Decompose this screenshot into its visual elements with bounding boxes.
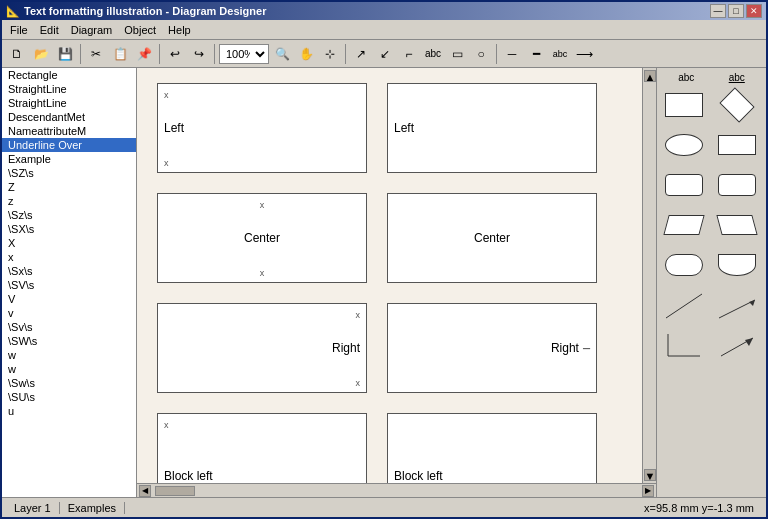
menu-edit[interactable]: Edit [34, 22, 65, 38]
window-title: Text formatting illustration - Diagram D… [24, 5, 266, 17]
tree-item-X[interactable]: X [2, 236, 136, 250]
image-tool[interactable]: abc [549, 43, 571, 65]
shape-line-diag2[interactable] [714, 287, 760, 323]
undo-button[interactable]: ↩ [164, 43, 186, 65]
tree-item-Z[interactable]: Z [2, 180, 136, 194]
scroll-down-button[interactable]: ▼ [644, 469, 656, 481]
shape-parallelogram[interactable] [661, 207, 707, 243]
zoom-in-button[interactable]: 🔍 [271, 43, 293, 65]
menu-file[interactable]: File [4, 22, 34, 38]
arrow-right-svg [717, 330, 757, 360]
scroll-left-button[interactable]: ◀ [139, 485, 151, 497]
tree-item-sz[interactable]: \SZ\s [2, 166, 136, 180]
line-style-3[interactable]: ⟶ [573, 43, 595, 65]
cut-button[interactable]: ✂ [85, 43, 107, 65]
menu-diagram[interactable]: Diagram [65, 22, 119, 38]
rect-tool[interactable]: ▭ [446, 43, 468, 65]
redo-button[interactable]: ↪ [188, 43, 210, 65]
copy-button[interactable]: 📋 [109, 43, 131, 65]
tree-item-v[interactable]: v [2, 306, 136, 320]
maximize-button[interactable]: □ [728, 4, 744, 18]
tree-item-sxs[interactable]: \SX\s [2, 222, 136, 236]
content-row: Rectangle StraightLine StraightLine Desc… [2, 68, 766, 497]
horizontal-scrollbar[interactable]: ◀ ▶ [137, 483, 656, 497]
line-diag1-svg [664, 290, 704, 320]
arrow-tool[interactable]: ↗ [350, 43, 372, 65]
shape-corner[interactable] [661, 327, 707, 363]
connector-tool[interactable]: ⌐ [398, 43, 420, 65]
tree-item-underline[interactable]: Underline Over [2, 138, 136, 152]
scroll-right-button[interactable]: ▶ [642, 485, 654, 497]
new-button[interactable]: 🗋 [6, 43, 28, 65]
shape-ellipse[interactable] [661, 127, 707, 163]
tree-item-sus[interactable]: \SU\s [2, 390, 136, 404]
corner-svg [664, 330, 704, 360]
line-style-2[interactable]: ━ [525, 43, 547, 65]
diagram-box-left1[interactable]: x Left x [157, 83, 367, 173]
zoom-select[interactable]: 100% 75% 50% 150% [219, 44, 269, 64]
box-label-center1: Center [244, 231, 280, 245]
tree-item-szs[interactable]: \Sz\s [2, 208, 136, 222]
line-style-1[interactable]: ─ [501, 43, 523, 65]
tree-item-svs2[interactable]: \Sv\s [2, 320, 136, 334]
diagram-box-right2[interactable]: Right ─ [387, 303, 597, 393]
diagram-box-right1[interactable]: x Right x [157, 303, 367, 393]
tree-item-z[interactable]: z [2, 194, 136, 208]
minimize-button[interactable]: — [710, 4, 726, 18]
rounded-shape [665, 174, 703, 196]
paste-button[interactable]: 📌 [133, 43, 155, 65]
tree-item-u[interactable]: u [2, 404, 136, 418]
tree-item-sws2[interactable]: \Sw\s [2, 376, 136, 390]
tree-item-V[interactable]: V [2, 292, 136, 306]
tree-item-sxs2[interactable]: \Sx\s [2, 264, 136, 278]
tree-item-example[interactable]: Example [2, 152, 136, 166]
select-button[interactable]: ⊹ [319, 43, 341, 65]
box-label-right1: Right [332, 341, 360, 355]
rounded2-shape [718, 174, 756, 196]
tree-item-descendant[interactable]: DescendantMet [2, 110, 136, 124]
close-button[interactable]: ✕ [746, 4, 762, 18]
tree-item-nameattribute[interactable]: NameattributeM [2, 124, 136, 138]
save-button[interactable]: 💾 [54, 43, 76, 65]
scroll-thumb-h[interactable] [155, 486, 195, 496]
tree-item-w2[interactable]: w [2, 362, 136, 376]
pan-button[interactable]: ✋ [295, 43, 317, 65]
stadium-shape [665, 254, 703, 276]
tree-item-straightline2[interactable]: StraightLine [2, 96, 136, 110]
diagram-box-left2[interactable]: Left [387, 83, 597, 173]
ellipse-tool[interactable]: ○ [470, 43, 492, 65]
shape-parallelogram2[interactable] [714, 207, 760, 243]
tree-item-sws[interactable]: \SW\s [2, 334, 136, 348]
scroll-up-button[interactable]: ▲ [644, 70, 656, 82]
tree-item-x[interactable]: x [2, 250, 136, 264]
box-label-left2: Left [394, 121, 414, 135]
status-bar: Layer 1 Examples x=95.8 mm y=-1.3 mm [2, 497, 766, 517]
box-x-top-bl: x [164, 418, 360, 430]
shape-stadium[interactable] [661, 247, 707, 283]
vertical-scrollbar[interactable]: ▲ ▼ [642, 68, 656, 483]
diagram-box-center1[interactable]: x Center x [157, 193, 367, 283]
shape-line-diag1[interactable] [661, 287, 707, 323]
menu-help[interactable]: Help [162, 22, 197, 38]
shape-rect-wide[interactable] [714, 127, 760, 163]
shape-diamond[interactable] [714, 87, 760, 123]
tree-item-w[interactable]: w [2, 348, 136, 362]
diagram-box-blockleft1[interactable]: x Block left [157, 413, 367, 483]
tree-item-straightline1[interactable]: StraightLine [2, 82, 136, 96]
canvas-main[interactable]: x Left x Left x Center [137, 68, 642, 483]
shape-rounded-rect[interactable] [661, 167, 707, 203]
tree-item-svs[interactable]: \SV\s [2, 278, 136, 292]
shape-rectangle[interactable] [661, 87, 707, 123]
line-tool[interactable]: ↙ [374, 43, 396, 65]
shape-rounded-rect2[interactable] [714, 167, 760, 203]
diagram-box-blockleft2[interactable]: Block left [387, 413, 597, 483]
diagram-box-center2[interactable]: Center [387, 193, 597, 283]
status-example: Examples [60, 502, 125, 514]
shape-arrow-right[interactable] [714, 327, 760, 363]
shape-arc[interactable] [714, 247, 760, 283]
tree-item-rectangle[interactable]: Rectangle [2, 68, 136, 82]
open-button[interactable]: 📂 [30, 43, 52, 65]
menu-object[interactable]: Object [118, 22, 162, 38]
text-tool[interactable]: abc [422, 43, 444, 65]
ellipse-shape [665, 134, 703, 156]
